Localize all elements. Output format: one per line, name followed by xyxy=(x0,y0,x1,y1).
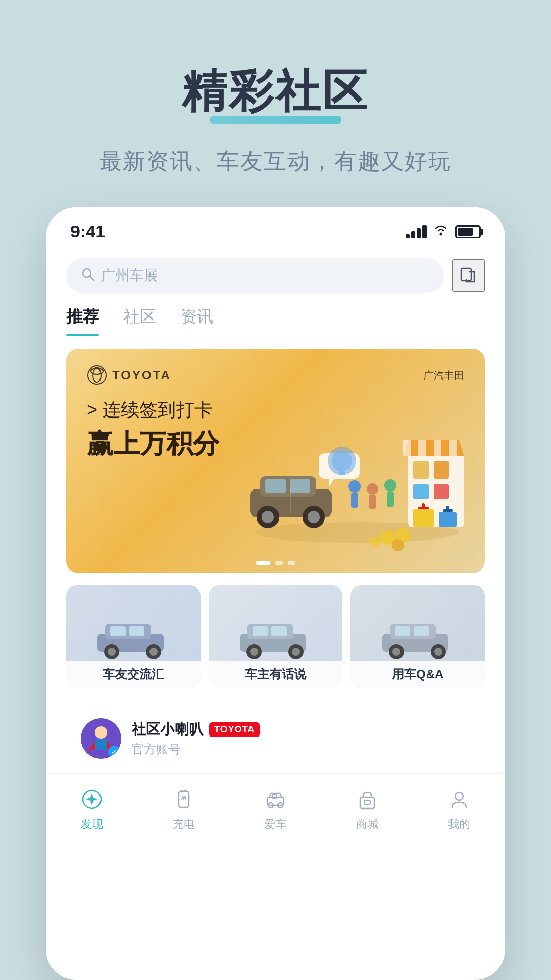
gac-logo: 广汽丰田 xyxy=(423,369,464,382)
share-button[interactable] xyxy=(452,259,485,292)
svg-point-4 xyxy=(88,366,106,384)
toyota-logo: TOYOTA xyxy=(87,365,171,385)
nav-item-profile[interactable]: 我的 xyxy=(446,786,472,832)
category-label-1: 车友交流汇 xyxy=(66,661,201,688)
category-section: 车友交流汇 车主有话说 xyxy=(66,585,485,688)
svg-rect-82 xyxy=(360,797,374,808)
svg-rect-66 xyxy=(414,626,429,636)
svg-point-62 xyxy=(292,648,300,656)
svg-point-72 xyxy=(95,726,107,739)
svg-rect-32 xyxy=(413,509,434,527)
bottom-nav: 发现 充电 xyxy=(46,773,505,848)
post-author-row: ✓ 社区小喇叭 TOYOTA 官方账号 xyxy=(81,718,470,759)
svg-rect-46 xyxy=(339,471,345,475)
svg-rect-25 xyxy=(418,440,426,456)
tab-news[interactable]: 资讯 xyxy=(181,306,213,336)
svg-rect-83 xyxy=(364,800,370,804)
nav-item-discover[interactable]: 发现 xyxy=(79,786,105,832)
author-name-row: 社区小喇叭 TOYOTA xyxy=(132,720,260,739)
nav-item-car[interactable]: 爱车 xyxy=(262,786,289,832)
nav-label-car: 爱车 xyxy=(264,817,287,832)
toyota-text: TOYOTA xyxy=(112,368,171,382)
nav-label-shop: 商城 xyxy=(356,817,379,832)
svg-rect-57 xyxy=(253,626,268,636)
svg-point-15 xyxy=(308,511,320,523)
search-bar-container: 广州车展 xyxy=(46,250,505,302)
svg-rect-50 xyxy=(129,626,144,636)
banner-illustration xyxy=(240,410,474,553)
svg-point-42 xyxy=(392,539,404,551)
category-card-2[interactable]: 车主有话说 xyxy=(209,585,343,688)
search-placeholder: 广州车展 xyxy=(101,266,158,285)
post-section: ✓ 社区小喇叭 TOYOTA 官方账号 xyxy=(66,704,485,773)
svg-rect-34 xyxy=(422,503,425,509)
status-icons xyxy=(406,223,481,240)
nav-item-shop[interactable]: 商城 xyxy=(354,786,381,832)
hero-section: 精彩社区 最新资讯、车友互动，有趣又好玩 xyxy=(0,0,551,207)
tab-recommend[interactable]: 推荐 xyxy=(66,306,99,336)
dot-3 xyxy=(288,561,295,565)
nav-label-profile: 我的 xyxy=(448,817,470,832)
svg-rect-29 xyxy=(434,461,449,479)
svg-rect-30 xyxy=(413,484,429,499)
svg-point-21 xyxy=(384,479,396,492)
author-info: 社区小喇叭 TOYOTA 官方账号 xyxy=(132,720,260,757)
svg-point-0 xyxy=(440,233,442,236)
banner-section: TOYOTA 广汽丰田 > 连续签到打卡 赢上万积分 xyxy=(66,349,485,573)
phone-mockup: 9:41 xyxy=(46,207,505,980)
banner-logos: TOYOTA 广汽丰田 xyxy=(87,365,464,385)
banner-dots xyxy=(256,561,295,565)
svg-marker-39 xyxy=(329,479,334,486)
tab-community[interactable]: 社区 xyxy=(123,306,156,336)
tabs-bar: 推荐 社区 资讯 xyxy=(46,302,505,336)
svg-point-68 xyxy=(392,648,400,656)
svg-rect-22 xyxy=(387,492,394,507)
category-card-3[interactable]: 用车Q&A xyxy=(350,585,485,688)
svg-rect-26 xyxy=(434,440,441,456)
shop-icon xyxy=(354,786,381,813)
svg-point-54 xyxy=(149,648,158,656)
status-bar: 9:41 xyxy=(46,207,505,250)
svg-rect-11 xyxy=(290,479,310,493)
dot-1 xyxy=(256,561,270,565)
nav-item-charging[interactable]: 充电 xyxy=(170,786,197,832)
toyota-badge: TOYOTA xyxy=(209,722,260,737)
compass-icon xyxy=(79,786,105,813)
search-icon xyxy=(81,267,95,285)
svg-rect-58 xyxy=(271,626,287,636)
svg-point-70 xyxy=(434,648,442,656)
wifi-icon xyxy=(433,223,449,240)
search-input[interactable]: 广州车展 xyxy=(66,258,444,293)
svg-point-84 xyxy=(455,792,463,800)
svg-rect-49 xyxy=(110,626,126,636)
category-card-1[interactable]: 车友交流汇 xyxy=(66,585,201,688)
svg-point-19 xyxy=(367,483,378,495)
svg-point-45 xyxy=(332,451,352,471)
svg-rect-3 xyxy=(461,268,471,281)
hero-title-underline xyxy=(210,116,341,124)
svg-point-5 xyxy=(93,368,101,382)
svg-point-13 xyxy=(262,511,274,523)
category-label-2: 车主有话说 xyxy=(209,661,343,688)
svg-rect-77 xyxy=(184,790,187,792)
author-name: 社区小喇叭 xyxy=(132,720,203,739)
svg-rect-76 xyxy=(181,790,183,792)
author-subtitle: 官方账号 xyxy=(132,741,260,757)
nav-label-discover: 发现 xyxy=(81,817,103,832)
dot-2 xyxy=(276,561,283,565)
svg-rect-27 xyxy=(449,440,457,456)
car-icon xyxy=(262,786,289,813)
status-time: 9:41 xyxy=(70,222,105,241)
signal-icon xyxy=(406,225,427,238)
battery-icon xyxy=(455,225,481,238)
svg-rect-35 xyxy=(439,512,457,527)
svg-rect-37 xyxy=(446,506,449,512)
svg-rect-31 xyxy=(434,484,449,499)
svg-point-43 xyxy=(370,536,380,547)
svg-line-2 xyxy=(90,276,94,280)
svg-point-17 xyxy=(348,480,361,493)
hero-title: 精彩社区 xyxy=(182,61,369,122)
svg-rect-65 xyxy=(395,626,410,636)
svg-point-60 xyxy=(250,648,258,656)
verified-badge: ✓ xyxy=(108,746,120,758)
